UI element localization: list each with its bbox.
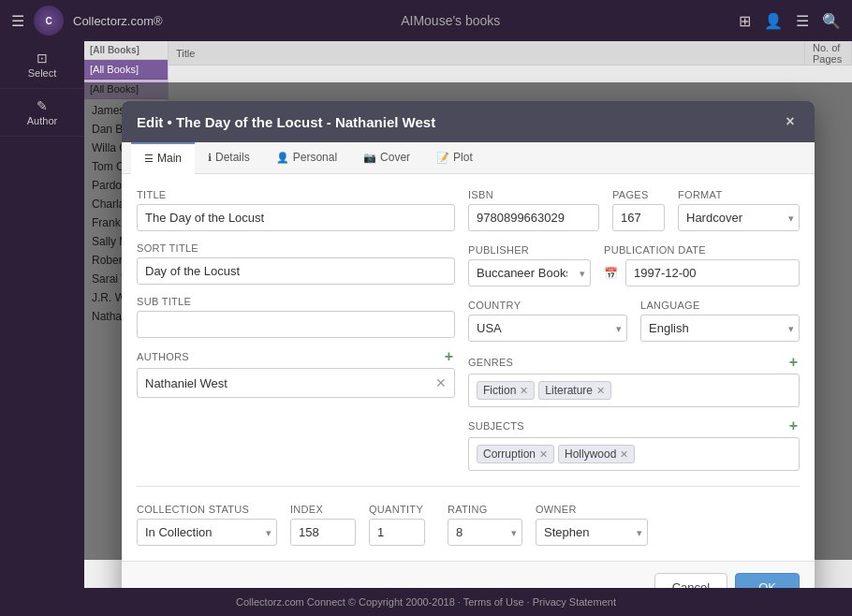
- publisher-select[interactable]: Buccaneer Books: [468, 259, 591, 286]
- user-icon[interactable]: 👤: [764, 12, 783, 30]
- title-input[interactable]: [137, 204, 455, 231]
- index-group: Index: [290, 504, 356, 546]
- country-select-wrapper: USA UK Canada: [468, 315, 627, 342]
- sidebar: ⊡ Select ✎ Author: [0, 41, 84, 588]
- isbn-label: ISBN: [468, 189, 599, 200]
- ok-button[interactable]: OK: [735, 573, 800, 588]
- language-label: Language: [640, 300, 800, 311]
- authors-header: Authors +: [137, 349, 455, 364]
- sort-title-label: Sort Title: [137, 242, 455, 254]
- menu-icon[interactable]: ☰: [796, 12, 809, 30]
- isbn-group: ISBN: [468, 189, 599, 231]
- tab-cover[interactable]: 📷 Cover: [350, 142, 423, 174]
- remove-hollywood-button[interactable]: ✕: [620, 448, 628, 461]
- subtitle-group: Sub Title: [137, 296, 455, 338]
- modal-header: Edit • The Day of the Locust - Nathaniel…: [122, 101, 815, 142]
- author-icon: ✎: [37, 98, 48, 113]
- col-header-title: Title: [169, 41, 805, 65]
- tab-main[interactable]: ☰ Main: [131, 142, 195, 174]
- tab-cover-label: Cover: [380, 151, 410, 164]
- isbn-input[interactable]: [468, 204, 599, 231]
- authors-section: Authors + Nathaniel West ✕: [137, 349, 455, 398]
- modal-overlay: Edit • The Day of the Locust - Nathaniel…: [84, 82, 852, 560]
- subject-tag-hollywood: Hollywood ✕: [558, 445, 635, 463]
- format-select-wrapper: Hardcover Paperback Ebook: [678, 204, 800, 231]
- subjects-tags: Corruption ✕ Hollywood ✕: [468, 437, 800, 471]
- pages-input[interactable]: [612, 204, 665, 231]
- remove-fiction-button[interactable]: ✕: [520, 385, 528, 397]
- sidebar-item-select-label: Select: [28, 67, 57, 79]
- genre-literature-label: Literature: [545, 384, 593, 397]
- remove-corruption-button[interactable]: ✕: [539, 448, 548, 461]
- pubdate-input[interactable]: [625, 259, 800, 286]
- remove-literature-button[interactable]: ✕: [596, 385, 605, 397]
- main-content: [All Books] [All Books] [All Books] Jame…: [84, 41, 852, 588]
- sidebar-item-select[interactable]: ⊡ Select: [0, 41, 84, 89]
- subtitle-input[interactable]: [137, 311, 455, 338]
- pubdate-label: Publication Date: [604, 244, 800, 256]
- publisher-select-wrapper: Buccaneer Books: [468, 259, 591, 286]
- publisher-label: Publisher: [468, 244, 591, 256]
- add-author-button[interactable]: +: [443, 349, 455, 364]
- collection-row: Collection Status In Collection Wishlist…: [137, 504, 800, 546]
- hamburger-icon[interactable]: ☰: [11, 12, 24, 30]
- owner-select[interactable]: Stephen: [536, 519, 648, 546]
- subject-corruption-label: Corruption: [483, 447, 536, 461]
- tab-details-icon: ℹ: [208, 152, 212, 164]
- tab-details-label: Details: [215, 151, 250, 164]
- owner-group: Owner Stephen: [536, 504, 648, 546]
- right-header: Title No. of Pages: [169, 41, 852, 66]
- subjects-label: Subjects: [468, 420, 524, 432]
- tab-plot-label: Plot: [453, 151, 473, 164]
- grid-view-icon[interactable]: ⊞: [739, 12, 751, 30]
- search-icon[interactable]: 🔍: [822, 12, 841, 30]
- sidebar-item-author-label: Author: [27, 115, 57, 126]
- tab-main-label: Main: [157, 152, 182, 165]
- country-select[interactable]: USA UK Canada: [468, 315, 627, 342]
- quantity-input[interactable]: [369, 519, 425, 546]
- calendar-icon[interactable]: 📅: [604, 267, 618, 280]
- tab-plot[interactable]: 📝 Plot: [423, 142, 486, 174]
- cancel-button[interactable]: Cancel: [654, 573, 727, 588]
- form-right-col: ISBN Pages Format: [468, 189, 800, 471]
- tab-details[interactable]: ℹ Details: [195, 142, 263, 174]
- collection-status-select[interactable]: In Collection Wishlist For Sale: [137, 519, 277, 546]
- rating-select[interactable]: 8 123 456 7910: [448, 519, 522, 546]
- genres-section: Genres + Fiction ✕ Literature ✕: [468, 355, 800, 407]
- format-label: Format: [678, 189, 800, 200]
- publisher-group: Publisher Buccaneer Books: [468, 244, 591, 286]
- tab-personal[interactable]: 👤 Personal: [263, 142, 350, 174]
- collection-status-label: Collection Status: [137, 504, 277, 515]
- select-icon: ⊡: [37, 51, 48, 66]
- authors-label: Authors: [137, 351, 189, 362]
- book-list-filter-all[interactable]: [All Books]: [84, 60, 168, 80]
- rating-label: Rating: [448, 504, 522, 515]
- language-group: Language English French Spanish: [640, 300, 800, 342]
- title-group: Title: [137, 189, 455, 231]
- tab-cover-icon: 📷: [363, 152, 376, 164]
- collection-status-group: Collection Status In Collection Wishlist…: [137, 504, 277, 546]
- rating-group: Rating 8 123 456 7910: [448, 504, 522, 546]
- modal-close-button[interactable]: ×: [781, 112, 800, 131]
- subjects-header: Subjects +: [468, 418, 800, 433]
- subjects-section: Subjects + Corruption ✕ Hollywood: [468, 418, 800, 471]
- top-bar: ☰ C Collectorz.com® AIMouse's books ⊞ 👤 …: [0, 0, 852, 41]
- isbn-pages-format-row: ISBN Pages Format: [468, 189, 800, 231]
- format-select[interactable]: Hardcover Paperback Ebook: [678, 204, 800, 231]
- subject-hollywood-label: Hollywood: [565, 447, 616, 461]
- sidebar-item-author[interactable]: ✎ Author: [0, 89, 84, 137]
- pages-group: Pages: [612, 189, 665, 231]
- remove-author-button[interactable]: ✕: [435, 375, 447, 390]
- index-input[interactable]: [290, 519, 356, 546]
- genre-fiction-label: Fiction: [483, 384, 516, 397]
- index-label: Index: [290, 504, 356, 515]
- sort-title-input[interactable]: [137, 257, 455, 285]
- rating-wrapper: 8 123 456 7910: [448, 519, 522, 546]
- tab-personal-icon: 👤: [276, 152, 289, 164]
- quantity-label: Quantity: [369, 504, 434, 515]
- language-select[interactable]: English French Spanish: [640, 315, 800, 342]
- add-genre-button[interactable]: +: [787, 355, 800, 370]
- add-subject-button[interactable]: +: [787, 418, 800, 433]
- title-label: Title: [137, 189, 455, 200]
- subject-tag-corruption: Corruption ✕: [477, 445, 554, 463]
